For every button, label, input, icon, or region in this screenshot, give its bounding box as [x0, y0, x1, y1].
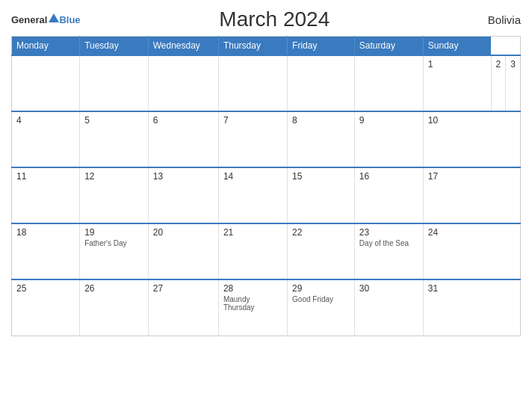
calendar-cell: 20 — [148, 223, 218, 279]
calendar-cell — [354, 55, 423, 111]
day-number: 9 — [359, 115, 418, 126]
event-label: Maundy Thursday — [223, 295, 282, 312]
calendar-cell: 1 — [423, 55, 491, 111]
calendar-cell: 23Day of the Sea — [354, 223, 423, 279]
weekday-header: Monday — [12, 37, 80, 56]
calendar-cell: 24 — [423, 223, 491, 279]
day-number: 12 — [84, 171, 143, 182]
calendar-week-row: 123 — [12, 55, 521, 111]
day-number: 19 — [84, 227, 143, 238]
day-number: 3 — [510, 59, 516, 69]
calendar-cell-empty — [80, 55, 149, 111]
day-number: 23 — [359, 227, 418, 238]
day-number: 2 — [496, 59, 501, 69]
day-number: 17 — [428, 171, 486, 182]
logo: General Blue — [11, 14, 81, 25]
day-number: 21 — [223, 227, 282, 238]
day-number: 26 — [84, 283, 143, 294]
calendar-cell: 25 — [12, 279, 80, 336]
calendar-week-row: 45678910 — [12, 111, 521, 167]
calendar-cell: 12 — [80, 167, 149, 223]
calendar-cell: 28Maundy Thursday — [218, 279, 287, 336]
event-label: Day of the Sea — [359, 239, 418, 247]
day-number: 20 — [153, 227, 214, 238]
calendar-page: General Blue March 2024 Bolivia MondayTu… — [0, 0, 532, 411]
calendar-cell-empty — [12, 55, 80, 111]
day-number: 4 — [16, 115, 75, 126]
weekday-header: Wednesday — [148, 37, 218, 56]
month-title: March 2024 — [81, 7, 468, 31]
calendar-cell: 17 — [423, 167, 491, 223]
day-number: 8 — [292, 115, 350, 126]
calendar-cell: 7 — [218, 111, 287, 167]
calendar-week-row: 1819Father's Day20212223Day of the Sea24 — [12, 223, 521, 279]
calendar-cell: 30 — [354, 279, 423, 336]
weekday-header: Tuesday — [80, 37, 149, 56]
calendar-cell: 27 — [148, 279, 218, 336]
day-number: 10 — [428, 115, 486, 126]
logo-triangle-icon — [49, 13, 59, 22]
day-number: 16 — [359, 171, 418, 182]
calendar-cell: 6 — [148, 111, 218, 167]
calendar-table: MondayTuesdayWednesdayThursdayFridaySatu… — [11, 36, 521, 336]
calendar-cell-empty — [148, 55, 218, 111]
day-number: 30 — [359, 283, 418, 294]
calendar-cell: 16 — [354, 167, 423, 223]
calendar-cell: 9 — [354, 111, 423, 167]
event-label: Father's Day — [84, 239, 143, 247]
calendar-cell: 8 — [288, 111, 355, 167]
calendar-cell — [218, 55, 287, 111]
calendar-cell: 4 — [12, 111, 80, 167]
country-label: Bolivia — [468, 13, 521, 26]
day-number: 15 — [292, 171, 350, 182]
weekday-header-row: MondayTuesdayWednesdayThursdayFridaySatu… — [12, 37, 521, 56]
page-header: General Blue March 2024 Bolivia — [11, 7, 521, 31]
calendar-cell — [288, 55, 355, 111]
calendar-cell: 22 — [288, 223, 355, 279]
day-number: 14 — [223, 171, 282, 182]
day-number: 29 — [292, 283, 350, 294]
calendar-cell: 14 — [218, 167, 287, 223]
calendar-cell: 10 — [423, 111, 491, 167]
day-number: 28 — [223, 283, 282, 294]
calendar-cell: 19Father's Day — [80, 223, 149, 279]
calendar-cell: 13 — [148, 167, 218, 223]
day-number: 31 — [428, 283, 486, 294]
day-number: 27 — [153, 283, 214, 294]
day-number: 22 — [292, 227, 350, 238]
calendar-cell: 26 — [80, 279, 149, 336]
day-number: 24 — [428, 227, 486, 238]
calendar-cell: 31 — [423, 279, 491, 336]
weekday-header: Sunday — [423, 37, 491, 56]
logo-general-text: General — [11, 14, 47, 25]
day-number: 25 — [16, 283, 75, 294]
calendar-cell: 18 — [12, 223, 80, 279]
calendar-week-row: 11121314151617 — [12, 167, 521, 223]
calendar-week-row: 25262728Maundy Thursday29Good Friday3031 — [12, 279, 521, 336]
day-number: 5 — [84, 115, 143, 126]
calendar-cell: 21 — [218, 223, 287, 279]
day-number: 13 — [153, 171, 214, 182]
day-number: 18 — [16, 227, 75, 238]
event-label: Good Friday — [292, 295, 350, 303]
day-number: 1 — [428, 59, 486, 69]
day-number: 6 — [153, 115, 214, 126]
day-number: 11 — [16, 171, 75, 182]
logo-blue-text: Blue — [59, 14, 80, 25]
weekday-header: Thursday — [218, 37, 287, 56]
day-number: 7 — [223, 115, 282, 126]
calendar-cell: 11 — [12, 167, 80, 223]
weekday-header: Saturday — [354, 37, 423, 56]
weekday-header: Friday — [288, 37, 355, 56]
calendar-cell: 15 — [288, 167, 355, 223]
calendar-cell: 3 — [506, 55, 521, 111]
calendar-cell: 2 — [491, 55, 506, 111]
calendar-cell: 5 — [80, 111, 149, 167]
calendar-cell: 29Good Friday — [288, 279, 355, 336]
